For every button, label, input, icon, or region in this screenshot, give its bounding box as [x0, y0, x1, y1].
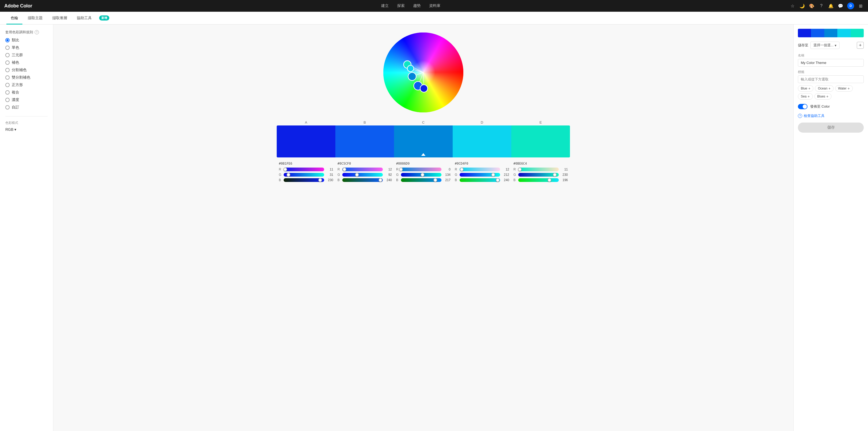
apps-icon[interactable]: ⊞ [858, 3, 864, 9]
thumb-R-4[interactable] [518, 168, 522, 171]
notifications-icon[interactable]: 🔔 [828, 3, 834, 9]
thumb-B-1[interactable] [378, 178, 382, 182]
thumb-B-0[interactable] [318, 178, 322, 182]
color-values-row: #0B1FE6R11G31B230#0C5CF0R12G92B240#0086D… [277, 162, 570, 184]
preview-swatch-3 [837, 29, 850, 37]
color-col-1: #0C5CF0R12G92B240 [335, 162, 394, 184]
harmony-rule-3[interactable]: 補色 [5, 60, 48, 65]
slider-G-0[interactable] [284, 173, 324, 176]
thumb-B-2[interactable] [433, 178, 437, 182]
tab-color-wheel[interactable]: 色輪 [6, 12, 22, 25]
thumb-B-4[interactable] [548, 178, 551, 182]
tag-blues[interactable]: Blues+ [814, 93, 832, 100]
slider-B-3[interactable] [460, 178, 500, 182]
swatch-D[interactable] [453, 126, 511, 158]
swatch-A[interactable] [277, 126, 335, 158]
thumb-R-0[interactable] [283, 168, 287, 171]
harmony-rule-0[interactable]: 類比 [5, 38, 48, 43]
app-logo: Adobe Color [4, 3, 32, 9]
main-layout: 套用色彩調和規則 ? 類比單色三元群補色分割補色雙分割補色正方形複合濃度自訂 色… [0, 25, 868, 431]
publish-toggle[interactable] [798, 104, 807, 109]
slider-G-2[interactable] [401, 173, 441, 176]
preview-swatch-0 [798, 29, 811, 37]
chat-icon[interactable]: 💬 [838, 3, 843, 9]
preview-swatch-2 [824, 29, 837, 37]
slider-R-4[interactable] [518, 168, 559, 171]
save-button[interactable]: 儲存 [798, 123, 864, 133]
channel-R-row-0: R11 [279, 168, 333, 171]
slider-G-3[interactable] [460, 173, 500, 176]
channel-G-row-4: G230 [514, 173, 568, 176]
color-wheel[interactable] [381, 30, 466, 115]
help-icon[interactable]: ? [818, 3, 824, 9]
thumb-G-0[interactable] [286, 173, 290, 176]
center-content: ABCDE #0B1FE6R11G31B230#0C5CF0R12G92B240… [53, 25, 793, 431]
swatch-label-C: C [394, 121, 453, 124]
harmony-rule-1[interactable]: 單色 [5, 45, 48, 50]
slider-R-0[interactable] [284, 168, 324, 171]
thumb-R-3[interactable] [460, 168, 464, 171]
tag-water[interactable]: Water+ [835, 85, 853, 92]
thumb-G-3[interactable] [491, 173, 495, 176]
channel-G-row-3: G212 [455, 173, 509, 176]
nav-link-library[interactable]: 資料庫 [429, 3, 440, 8]
harmony-rule-2[interactable]: 三元群 [5, 53, 48, 58]
slider-G-1[interactable] [342, 173, 383, 176]
name-input[interactable] [798, 59, 864, 67]
tag-ocean[interactable]: Ocean+ [815, 85, 834, 92]
harmony-rule-7[interactable]: 複合 [5, 90, 48, 95]
swatch-C[interactable] [394, 126, 453, 158]
slider-B-4[interactable] [518, 178, 559, 182]
slider-R-1[interactable] [342, 168, 383, 171]
nav-link-trends[interactable]: 趨勢 [413, 3, 421, 8]
nav-link-explore[interactable]: 探索 [397, 3, 405, 8]
save-to-label: 儲存至 [798, 43, 808, 48]
nav-link-build[interactable]: 建立 [381, 3, 389, 8]
radio-2 [5, 53, 9, 57]
help-link[interactable]: ? 檢查協助工具 [798, 113, 864, 118]
harmony-rule-5[interactable]: 雙分割補色 [5, 75, 48, 80]
color-mode-select[interactable]: RGB ▾ [5, 127, 48, 132]
color-col-3: #0CD4F0R12G212B240 [453, 162, 511, 184]
thumb-G-4[interactable] [553, 173, 557, 176]
top-nav-links: 建立 探索 趨勢 資料庫 [381, 3, 440, 8]
thumb-B-3[interactable] [496, 178, 500, 182]
slider-B-2[interactable] [401, 178, 441, 182]
radio-1 [5, 45, 9, 50]
slider-B-1[interactable] [342, 178, 383, 182]
tag-add-icon: + [847, 86, 849, 91]
tags-input[interactable] [798, 75, 864, 83]
new-badge: 新增 [99, 15, 109, 21]
tag-sea[interactable]: Sea+ [798, 93, 813, 100]
slider-R-3[interactable] [460, 168, 500, 171]
harmony-rule-4[interactable]: 分割補色 [5, 68, 48, 72]
save-dropdown[interactable]: 選擇一個選... ▾ [810, 41, 839, 49]
slider-G-4[interactable] [518, 173, 559, 176]
radio-8 [5, 98, 9, 102]
channel-G-row-1: G92 [338, 173, 392, 176]
sidebar-help-icon[interactable]: ? [35, 30, 39, 34]
harmony-rule-9[interactable]: 自訂 [5, 105, 48, 110]
star-icon[interactable]: ☆ [789, 3, 796, 9]
color-col-0: #0B1FE6R11G31B230 [277, 162, 335, 184]
tab-accessibility[interactable]: 協助工具 [72, 12, 96, 25]
color-wheel-icon[interactable]: 🎨 [809, 3, 815, 9]
tab-extract-theme[interactable]: 擷取主題 [24, 12, 47, 25]
tag-blue[interactable]: Blue+ [798, 85, 813, 92]
swatch-B[interactable] [335, 126, 394, 158]
swatch-E[interactable] [511, 126, 570, 158]
harmony-rule-8[interactable]: 濃度 [5, 98, 48, 102]
slider-B-0[interactable] [284, 178, 324, 182]
slider-R-2[interactable] [401, 168, 441, 171]
thumb-R-2[interactable] [399, 168, 403, 171]
tab-extract-gradient[interactable]: 擷取漸層 [48, 12, 71, 25]
swatch-label-A: A [277, 121, 335, 124]
harmony-rule-6[interactable]: 正方形 [5, 82, 48, 87]
user-avatar[interactable]: D [847, 2, 854, 9]
thumb-G-2[interactable] [421, 173, 425, 176]
swatches-section: ABCDE [277, 121, 570, 158]
moon-icon[interactable]: 🌙 [799, 3, 805, 9]
thumb-R-1[interactable] [343, 168, 346, 171]
add-library-button[interactable]: + [857, 42, 864, 49]
thumb-G-1[interactable] [355, 173, 359, 176]
